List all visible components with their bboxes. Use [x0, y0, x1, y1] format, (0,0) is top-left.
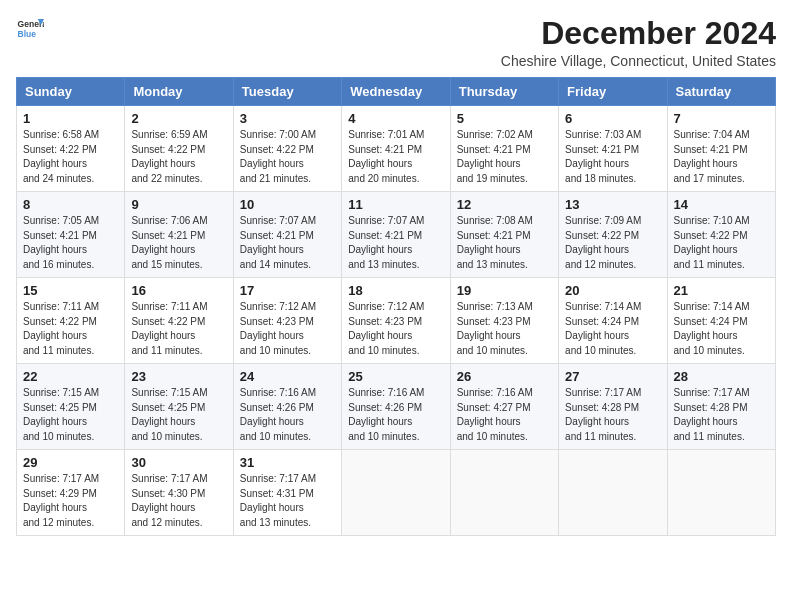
logo-icon: General Blue — [16, 16, 44, 44]
calendar-cell: 16 Sunrise: 7:11 AM Sunset: 4:22 PM Dayl… — [125, 278, 233, 364]
calendar-cell — [667, 450, 775, 536]
day-number: 13 — [565, 197, 660, 212]
day-number: 25 — [348, 369, 443, 384]
day-number: 18 — [348, 283, 443, 298]
day-number: 8 — [23, 197, 118, 212]
day-header-monday: Monday — [125, 78, 233, 106]
day-number: 22 — [23, 369, 118, 384]
day-header-friday: Friday — [559, 78, 667, 106]
calendar-cell: 26 Sunrise: 7:16 AM Sunset: 4:27 PM Dayl… — [450, 364, 558, 450]
calendar-cell: 25 Sunrise: 7:16 AM Sunset: 4:26 PM Dayl… — [342, 364, 450, 450]
calendar-week-row: 8 Sunrise: 7:05 AM Sunset: 4:21 PM Dayli… — [17, 192, 776, 278]
day-info: Sunrise: 7:12 AM Sunset: 4:23 PM Dayligh… — [240, 300, 335, 358]
calendar-cell: 7 Sunrise: 7:04 AM Sunset: 4:21 PM Dayli… — [667, 106, 775, 192]
day-number: 28 — [674, 369, 769, 384]
day-info: Sunrise: 7:07 AM Sunset: 4:21 PM Dayligh… — [348, 214, 443, 272]
calendar-cell: 13 Sunrise: 7:09 AM Sunset: 4:22 PM Dayl… — [559, 192, 667, 278]
calendar-week-row: 22 Sunrise: 7:15 AM Sunset: 4:25 PM Dayl… — [17, 364, 776, 450]
day-number: 20 — [565, 283, 660, 298]
day-info: Sunrise: 7:13 AM Sunset: 4:23 PM Dayligh… — [457, 300, 552, 358]
calendar-cell: 3 Sunrise: 7:00 AM Sunset: 4:22 PM Dayli… — [233, 106, 341, 192]
day-info: Sunrise: 7:17 AM Sunset: 4:28 PM Dayligh… — [565, 386, 660, 444]
calendar-cell: 14 Sunrise: 7:10 AM Sunset: 4:22 PM Dayl… — [667, 192, 775, 278]
calendar-cell: 28 Sunrise: 7:17 AM Sunset: 4:28 PM Dayl… — [667, 364, 775, 450]
calendar-cell: 30 Sunrise: 7:17 AM Sunset: 4:30 PM Dayl… — [125, 450, 233, 536]
calendar-cell: 10 Sunrise: 7:07 AM Sunset: 4:21 PM Dayl… — [233, 192, 341, 278]
calendar-cell: 17 Sunrise: 7:12 AM Sunset: 4:23 PM Dayl… — [233, 278, 341, 364]
day-info: Sunrise: 7:17 AM Sunset: 4:31 PM Dayligh… — [240, 472, 335, 530]
day-info: Sunrise: 7:15 AM Sunset: 4:25 PM Dayligh… — [23, 386, 118, 444]
day-info: Sunrise: 7:01 AM Sunset: 4:21 PM Dayligh… — [348, 128, 443, 186]
day-info: Sunrise: 6:59 AM Sunset: 4:22 PM Dayligh… — [131, 128, 226, 186]
calendar-cell — [559, 450, 667, 536]
day-header-tuesday: Tuesday — [233, 78, 341, 106]
calendar-cell: 21 Sunrise: 7:14 AM Sunset: 4:24 PM Dayl… — [667, 278, 775, 364]
day-number: 15 — [23, 283, 118, 298]
calendar-cell: 24 Sunrise: 7:16 AM Sunset: 4:26 PM Dayl… — [233, 364, 341, 450]
day-number: 29 — [23, 455, 118, 470]
day-info: Sunrise: 7:07 AM Sunset: 4:21 PM Dayligh… — [240, 214, 335, 272]
day-header-wednesday: Wednesday — [342, 78, 450, 106]
calendar-cell — [450, 450, 558, 536]
day-info: Sunrise: 7:08 AM Sunset: 4:21 PM Dayligh… — [457, 214, 552, 272]
day-info: Sunrise: 7:17 AM Sunset: 4:30 PM Dayligh… — [131, 472, 226, 530]
day-header-saturday: Saturday — [667, 78, 775, 106]
day-number: 5 — [457, 111, 552, 126]
day-number: 17 — [240, 283, 335, 298]
day-info: Sunrise: 7:15 AM Sunset: 4:25 PM Dayligh… — [131, 386, 226, 444]
calendar-header-row: SundayMondayTuesdayWednesdayThursdayFrid… — [17, 78, 776, 106]
day-info: Sunrise: 7:16 AM Sunset: 4:27 PM Dayligh… — [457, 386, 552, 444]
calendar-cell: 22 Sunrise: 7:15 AM Sunset: 4:25 PM Dayl… — [17, 364, 125, 450]
calendar-cell: 6 Sunrise: 7:03 AM Sunset: 4:21 PM Dayli… — [559, 106, 667, 192]
day-info: Sunrise: 7:02 AM Sunset: 4:21 PM Dayligh… — [457, 128, 552, 186]
day-info: Sunrise: 7:12 AM Sunset: 4:23 PM Dayligh… — [348, 300, 443, 358]
calendar-week-row: 15 Sunrise: 7:11 AM Sunset: 4:22 PM Dayl… — [17, 278, 776, 364]
day-number: 12 — [457, 197, 552, 212]
day-info: Sunrise: 7:14 AM Sunset: 4:24 PM Dayligh… — [674, 300, 769, 358]
day-number: 31 — [240, 455, 335, 470]
day-info: Sunrise: 7:11 AM Sunset: 4:22 PM Dayligh… — [131, 300, 226, 358]
calendar-cell: 19 Sunrise: 7:13 AM Sunset: 4:23 PM Dayl… — [450, 278, 558, 364]
day-info: Sunrise: 7:14 AM Sunset: 4:24 PM Dayligh… — [565, 300, 660, 358]
day-number: 10 — [240, 197, 335, 212]
day-number: 7 — [674, 111, 769, 126]
day-number: 14 — [674, 197, 769, 212]
day-info: Sunrise: 6:58 AM Sunset: 4:22 PM Dayligh… — [23, 128, 118, 186]
calendar-cell: 29 Sunrise: 7:17 AM Sunset: 4:29 PM Dayl… — [17, 450, 125, 536]
day-info: Sunrise: 7:06 AM Sunset: 4:21 PM Dayligh… — [131, 214, 226, 272]
day-info: Sunrise: 7:16 AM Sunset: 4:26 PM Dayligh… — [348, 386, 443, 444]
day-info: Sunrise: 7:04 AM Sunset: 4:21 PM Dayligh… — [674, 128, 769, 186]
calendar-cell: 27 Sunrise: 7:17 AM Sunset: 4:28 PM Dayl… — [559, 364, 667, 450]
day-number: 6 — [565, 111, 660, 126]
calendar-cell: 5 Sunrise: 7:02 AM Sunset: 4:21 PM Dayli… — [450, 106, 558, 192]
calendar-cell: 9 Sunrise: 7:06 AM Sunset: 4:21 PM Dayli… — [125, 192, 233, 278]
day-number: 9 — [131, 197, 226, 212]
calendar-cell: 2 Sunrise: 6:59 AM Sunset: 4:22 PM Dayli… — [125, 106, 233, 192]
day-info: Sunrise: 7:17 AM Sunset: 4:29 PM Dayligh… — [23, 472, 118, 530]
day-info: Sunrise: 7:11 AM Sunset: 4:22 PM Dayligh… — [23, 300, 118, 358]
day-number: 27 — [565, 369, 660, 384]
day-info: Sunrise: 7:10 AM Sunset: 4:22 PM Dayligh… — [674, 214, 769, 272]
month-title: December 2024 — [501, 16, 776, 51]
calendar-table: SundayMondayTuesdayWednesdayThursdayFrid… — [16, 77, 776, 536]
day-number: 19 — [457, 283, 552, 298]
day-header-thursday: Thursday — [450, 78, 558, 106]
day-info: Sunrise: 7:03 AM Sunset: 4:21 PM Dayligh… — [565, 128, 660, 186]
calendar-cell: 11 Sunrise: 7:07 AM Sunset: 4:21 PM Dayl… — [342, 192, 450, 278]
title-block: December 2024 Cheshire Village, Connecti… — [501, 16, 776, 69]
calendar-cell: 1 Sunrise: 6:58 AM Sunset: 4:22 PM Dayli… — [17, 106, 125, 192]
logo: General Blue — [16, 16, 44, 44]
day-number: 11 — [348, 197, 443, 212]
day-info: Sunrise: 7:16 AM Sunset: 4:26 PM Dayligh… — [240, 386, 335, 444]
day-number: 30 — [131, 455, 226, 470]
day-info: Sunrise: 7:05 AM Sunset: 4:21 PM Dayligh… — [23, 214, 118, 272]
day-number: 1 — [23, 111, 118, 126]
calendar-cell: 18 Sunrise: 7:12 AM Sunset: 4:23 PM Dayl… — [342, 278, 450, 364]
calendar-cell: 8 Sunrise: 7:05 AM Sunset: 4:21 PM Dayli… — [17, 192, 125, 278]
calendar-cell: 23 Sunrise: 7:15 AM Sunset: 4:25 PM Dayl… — [125, 364, 233, 450]
day-info: Sunrise: 7:00 AM Sunset: 4:22 PM Dayligh… — [240, 128, 335, 186]
calendar-week-row: 29 Sunrise: 7:17 AM Sunset: 4:29 PM Dayl… — [17, 450, 776, 536]
day-number: 26 — [457, 369, 552, 384]
calendar-cell: 20 Sunrise: 7:14 AM Sunset: 4:24 PM Dayl… — [559, 278, 667, 364]
svg-text:Blue: Blue — [18, 29, 37, 39]
